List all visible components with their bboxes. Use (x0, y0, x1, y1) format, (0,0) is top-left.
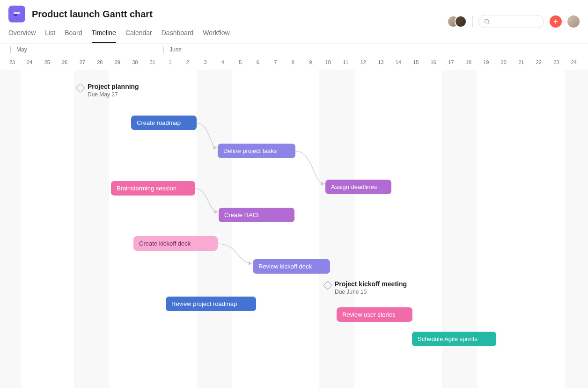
board-icon (13, 10, 21, 18)
task-define-project-tasks[interactable]: Define project tasks (218, 144, 295, 158)
month-label-june: June (163, 46, 182, 53)
tab-list[interactable]: List (45, 29, 55, 43)
milestone-planning[interactable]: Project planning Due May 27 (77, 83, 139, 98)
tab-timeline[interactable]: Timeline (92, 29, 116, 43)
app-logo[interactable] (8, 6, 25, 22)
member-avatars[interactable] (447, 15, 467, 28)
milestone-due: Due May 27 (88, 91, 139, 98)
task-create-roadmap[interactable]: Create roadmap (131, 116, 197, 130)
tab-calendar[interactable]: Calendar (125, 29, 152, 43)
day-cell: 2 (179, 59, 197, 65)
milestone-icon (323, 281, 332, 290)
day-cell: 8 (284, 59, 302, 65)
day-cell: 15 (407, 59, 425, 65)
day-cell: 29 (109, 59, 126, 65)
tab-board[interactable]: Board (65, 29, 82, 43)
day-cell: 11 (337, 59, 355, 65)
svg-marker-7 (249, 261, 252, 265)
day-cell: 10 (319, 59, 337, 65)
gantt-timeline: May June 2324252627282930311234567891011… (0, 44, 588, 392)
month-label-may: May (10, 46, 27, 53)
day-cell: 14 (390, 59, 407, 65)
svg-rect-0 (14, 12, 20, 14)
task-create-raci[interactable]: Create RACI (219, 208, 294, 222)
add-button[interactable] (550, 15, 562, 28)
divider (472, 16, 473, 27)
header-actions (447, 15, 580, 28)
svg-point-2 (485, 19, 488, 23)
task-review-roadmap[interactable]: Review project roadmap (166, 297, 256, 311)
day-cell: 19 (478, 59, 495, 65)
day-cell: 1 (162, 59, 179, 65)
day-header: 2324252627282930311234567891011121314151… (0, 57, 588, 70)
milestone-icon (76, 83, 85, 93)
task-assign-deadlines[interactable]: Assign deadlines (325, 180, 391, 194)
day-cell: 5 (232, 59, 250, 65)
day-cell: 26 (56, 59, 74, 65)
task-create-kickoff-deck[interactable]: Create kickoff deck (133, 236, 218, 251)
day-cell: 28 (91, 59, 109, 65)
milestone-kickoff[interactable]: Project kickoff meeting Due June 10 (324, 280, 407, 295)
day-cell: 17 (442, 59, 460, 65)
gantt-area[interactable]: Project planning Due May 27 Create roadm… (0, 70, 588, 388)
day-cell: 12 (354, 59, 372, 65)
svg-line-3 (488, 23, 490, 24)
day-cell: 7 (267, 59, 285, 65)
day-cell: 22 (530, 59, 548, 65)
day-cell: 16 (425, 59, 442, 65)
day-cell: 9 (302, 59, 320, 65)
day-cell: 21 (513, 59, 530, 65)
day-cell: 13 (372, 59, 390, 65)
svg-rect-1 (14, 15, 17, 16)
user-avatar[interactable] (567, 15, 580, 28)
day-cell: 25 (38, 59, 56, 65)
plus-icon (552, 18, 559, 25)
avatar[interactable] (455, 15, 467, 28)
milestone-due: Due June 10 (335, 289, 407, 295)
task-schedule-agile-sprints[interactable]: Schedule Agile sprints (412, 332, 496, 346)
milestone-title: Project kickoff meeting (335, 280, 407, 288)
task-review-user-stories[interactable]: Review user stories (337, 307, 412, 322)
day-cell: 6 (249, 59, 267, 65)
search-input[interactable] (478, 15, 544, 28)
day-cell: 30 (126, 59, 144, 65)
month-header: May June (0, 44, 588, 57)
day-cell: 27 (74, 59, 91, 65)
day-cell: 24 (21, 59, 39, 65)
day-cell: 4 (214, 59, 232, 65)
day-cell: 31 (144, 59, 162, 65)
day-cell: 23 (548, 59, 566, 65)
day-cell: 18 (460, 59, 478, 65)
day-cell: 3 (197, 59, 214, 65)
search-icon (484, 18, 490, 25)
tab-overview[interactable]: Overview (8, 29, 36, 43)
milestone-title: Project planning (88, 83, 139, 90)
task-review-kickoff-deck[interactable]: Review kickoff deck (253, 259, 330, 274)
tab-dashboard[interactable]: Dashboard (162, 29, 194, 43)
day-cell: 23 (3, 59, 21, 65)
tab-workflow[interactable]: Workflow (203, 29, 229, 43)
task-brainstorming[interactable]: Brainstorming session (111, 181, 195, 196)
header: Product launch Gantt chart (0, 0, 588, 22)
day-cell: 20 (495, 59, 513, 65)
day-cell: 24 (565, 59, 583, 65)
page-title: Product launch Gantt chart (32, 9, 153, 20)
